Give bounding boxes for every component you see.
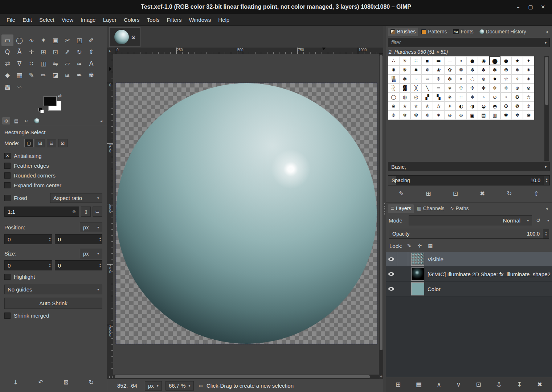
tool-warp-transform[interactable]: ≈ <box>73 58 85 69</box>
tool-airbrush[interactable]: ≋ <box>61 69 73 81</box>
option-checkbox-row[interactable]: Feather edges <box>0 161 107 171</box>
brush-item[interactable]: ✼ <box>467 65 478 74</box>
brush-item[interactable]: ✶ <box>433 111 444 120</box>
brush-filter-input[interactable]: filter ▾ <box>388 38 550 47</box>
tool-rectangle-select[interactable]: ▭ <box>1 34 13 46</box>
maximize-button[interactable]: ▢ <box>524 2 537 12</box>
brush-item[interactable]: ▚ <box>433 93 444 102</box>
tool-ink[interactable]: ✒ <box>73 69 85 81</box>
brush-item[interactable]: ⊛ <box>478 74 489 83</box>
tab-brushes[interactable]: Brushes <box>388 28 418 36</box>
replace-selection-mode[interactable]: ▢ <box>24 139 34 147</box>
brush-item[interactable]: ● <box>467 56 478 65</box>
canvas-image[interactable] <box>116 83 377 344</box>
tool-cage-transform[interactable]: ▱ <box>61 58 73 69</box>
landscape-button[interactable]: ▭ <box>93 207 102 217</box>
brush-item[interactable]: ✳ <box>399 56 410 65</box>
visibility-cell[interactable] <box>386 267 397 281</box>
menu-item[interactable]: Help <box>214 15 233 25</box>
visibility-cell[interactable] <box>386 252 397 266</box>
brush-item[interactable]: ╳ <box>410 83 422 93</box>
tool-scale[interactable]: ⇕ <box>85 46 97 58</box>
brush-item[interactable]: ❈ <box>433 74 444 83</box>
subtract-selection-mode[interactable]: ⊟ <box>47 139 56 147</box>
brush-item[interactable]: ⊗ <box>523 83 534 93</box>
refresh-brushes[interactable]: ↻ <box>505 189 513 198</box>
reset-mode-button[interactable]: ↺ <box>535 217 542 224</box>
intersect-selection-mode[interactable]: ⊠ <box>58 139 68 147</box>
tool-crop[interactable]: ⊡ <box>49 46 61 58</box>
tool-measure[interactable]: Å <box>13 46 25 58</box>
brush-item[interactable]: ∵ <box>410 74 422 83</box>
brush-item[interactable]: ❇ <box>410 111 422 120</box>
guides-dropdown[interactable]: No guides ▾ <box>4 285 102 294</box>
brush-item[interactable]: ❁ <box>455 65 467 74</box>
delete-tool-preset[interactable]: ⊠ <box>62 378 70 387</box>
checkbox[interactable] <box>4 172 11 179</box>
tool-scissors-select[interactable]: ✂ <box>61 34 73 46</box>
brush-item[interactable]: ▒ <box>388 74 399 83</box>
size-height-input[interactable]: 0 ▴▾ <box>55 260 103 270</box>
brush-item[interactable]: ▓ <box>399 83 410 93</box>
tool-flip[interactable]: ⇋ <box>49 58 61 69</box>
brush-item[interactable]: ✥ <box>489 83 500 93</box>
delete-brush[interactable]: ✖ <box>478 189 486 198</box>
brush-scrollbar[interactable] <box>544 56 549 161</box>
checkbox[interactable] <box>4 182 11 188</box>
eye-icon[interactable] <box>388 272 394 276</box>
tool-select-by-color[interactable]: ▣ <box>49 34 61 46</box>
menu-item[interactable]: Tools <box>143 15 163 25</box>
brush-item[interactable]: ★ <box>512 56 523 65</box>
tool-mypaint-brush[interactable]: ✾ <box>85 69 97 81</box>
opacity-slider[interactable]: Opacity 100.0 <box>389 229 543 239</box>
tool-gradient[interactable]: ▦ <box>13 69 25 81</box>
merge-layer[interactable]: ↧ <box>515 380 523 389</box>
menu-item[interactable]: View <box>58 15 77 25</box>
auto-shrink-button[interactable]: Auto Shrink <box>4 298 102 309</box>
link-cell[interactable] <box>397 267 408 281</box>
option-checkbox-row[interactable]: Rounded corners <box>0 171 107 180</box>
brush-item[interactable]: ※ <box>444 93 455 102</box>
brush-item[interactable]: ✿ <box>444 65 455 74</box>
checkbox[interactable] <box>4 153 11 159</box>
brush-item[interactable]: ◑ <box>467 102 478 111</box>
brush-item[interactable]: ☆ <box>500 74 512 83</box>
brush-item[interactable]: ❀ <box>523 111 534 120</box>
brush-item[interactable]: ❈ <box>388 111 399 120</box>
tool-rotate[interactable]: ↻ <box>73 46 85 58</box>
menu-item[interactable]: Filters <box>163 15 185 25</box>
lock-alpha-icon[interactable]: ▦ <box>426 242 434 249</box>
brush-item[interactable]: ❉ <box>500 83 512 93</box>
scrollbar-thumb[interactable] <box>545 57 548 105</box>
spinner-arrows[interactable]: ▴▾ <box>544 175 550 185</box>
brush-item[interactable]: ░ <box>388 83 399 93</box>
option-checkbox-row[interactable]: Expand from center <box>0 180 107 190</box>
fixed-type-dropdown[interactable]: Aspect ratio ▾ <box>50 193 102 203</box>
brush-item[interactable]: ◌ <box>467 74 478 83</box>
brush-item[interactable]: ✲ <box>512 111 523 120</box>
vertical-scrollbar[interactable] <box>379 54 383 375</box>
portrait-button[interactable]: ▯ <box>81 207 91 217</box>
tool-handle-transform[interactable]: ∷ <box>25 58 37 69</box>
brush-item[interactable]: ✹ <box>410 65 422 74</box>
brush-item[interactable]: ◓ <box>489 102 500 111</box>
menu-item[interactable]: Windows <box>185 15 214 25</box>
close-icon[interactable]: ⊠ <box>131 34 135 40</box>
canvas-viewport[interactable] <box>113 54 379 375</box>
edit-brush[interactable]: ✎ <box>397 189 405 198</box>
navigation-button[interactable]: ✛ <box>379 375 383 379</box>
brush-item[interactable]: ❃ <box>399 74 410 83</box>
brush-item[interactable]: ✢ <box>455 83 467 93</box>
brush-item[interactable]: ✵ <box>422 111 433 120</box>
link-cell[interactable] <box>397 282 408 296</box>
tab-device-status[interactable]: ▤ <box>12 117 20 124</box>
spinner-arrows[interactable]: ▴▾ <box>49 237 50 242</box>
brush-item[interactable]: ◒ <box>478 102 489 111</box>
duplicate-layer[interactable]: ⊡ <box>474 380 482 389</box>
aspect-ratio-input[interactable]: 1:1 ⊗ <box>4 207 79 217</box>
brush-item[interactable]: ❅ <box>512 65 523 74</box>
foreground-color-swatch[interactable] <box>44 96 57 106</box>
brush-item[interactable]: ✽ <box>489 65 500 74</box>
scrollbar-thumb[interactable] <box>380 55 383 350</box>
tool-bucket-fill[interactable]: ◆ <box>1 69 13 81</box>
